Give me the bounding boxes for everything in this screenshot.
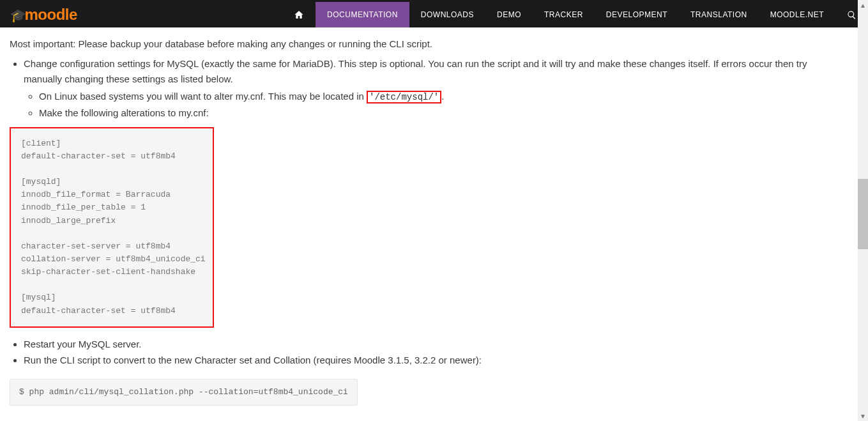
home-icon bbox=[294, 10, 304, 20]
note-paragraph: NOTE: For large sites, this script will … bbox=[10, 417, 843, 421]
item-text: On Linux based systems you will want to … bbox=[39, 91, 367, 102]
config-path-code: '/etc/mysql/' bbox=[367, 91, 441, 103]
article-body: Most important: Please backup your datab… bbox=[0, 27, 843, 421]
scroll-thumb[interactable] bbox=[858, 179, 868, 249]
item-trailer: . bbox=[441, 91, 444, 102]
nav-moodlenet[interactable]: MOODLE.NET bbox=[759, 2, 835, 27]
scroll-down-arrow-icon[interactable]: ▼ bbox=[858, 411, 868, 421]
brand-name: moodle bbox=[25, 6, 77, 24]
nav-demo[interactable]: DEMO bbox=[485, 2, 533, 27]
nav-development[interactable]: DEVELOPMENT bbox=[595, 2, 679, 27]
list-item: Change configuration settings for MySQL … bbox=[24, 56, 843, 120]
mycnf-config-block: [client] default-character-set = utf8mb4… bbox=[10, 127, 214, 328]
vertical-scrollbar[interactable]: ▲ ▼ bbox=[858, 0, 868, 421]
instruction-list: Change configuration settings for MySQL … bbox=[10, 56, 843, 120]
nav-home[interactable] bbox=[282, 2, 316, 27]
nav-tracker[interactable]: TRACKER bbox=[533, 2, 595, 27]
list-item: Run the CLI script to convert to the new… bbox=[24, 353, 843, 367]
brand-logo[interactable]: 🎓 moodle bbox=[10, 2, 77, 27]
cli-command-block: $ php admin/cli/mysql_collation.php --co… bbox=[10, 379, 358, 406]
main-navbar: 🎓 moodle DOCUMENTATION DOWNLOADS DEMO TR… bbox=[0, 2, 868, 27]
sub-list: On Linux based systems you will want to … bbox=[24, 89, 843, 121]
list-item: Make the following alterations to my.cnf… bbox=[39, 105, 843, 120]
nav-translation[interactable]: TRANSLATION bbox=[679, 2, 759, 27]
instruction-list-2: Restart your MySQL server. Run the CLI s… bbox=[10, 337, 843, 368]
graduation-cap-icon: 🎓 bbox=[10, 8, 26, 23]
search-icon bbox=[847, 10, 857, 20]
list-item: On Linux based systems you will want to … bbox=[39, 89, 843, 105]
nav-documentation[interactable]: DOCUMENTATION bbox=[316, 2, 409, 27]
scroll-up-arrow-icon[interactable]: ▲ bbox=[858, 0, 868, 10]
item-text: Change configuration settings for MySQL … bbox=[24, 58, 807, 84]
intro-paragraph: Most important: Please backup your datab… bbox=[10, 36, 843, 51]
list-item: Restart your MySQL server. bbox=[24, 337, 843, 351]
nav-right: DOCUMENTATION DOWNLOADS DEMO TRACKER DEV… bbox=[282, 2, 868, 27]
brand-text: 🎓 moodle bbox=[10, 6, 77, 24]
nav-downloads[interactable]: DOWNLOADS bbox=[409, 2, 485, 27]
